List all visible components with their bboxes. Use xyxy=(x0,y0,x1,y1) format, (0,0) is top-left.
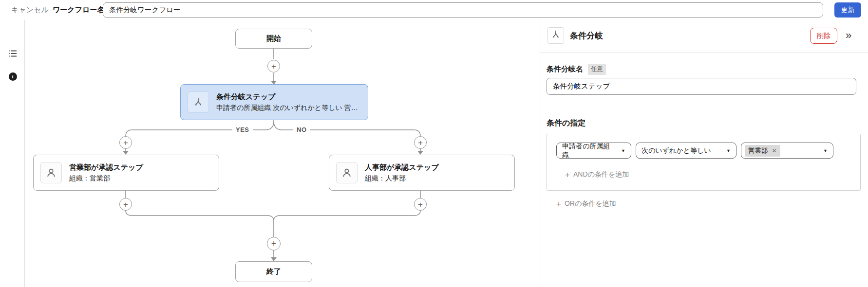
panel-title: 条件分岐 xyxy=(570,27,603,44)
add-step-button-after-hr[interactable]: + xyxy=(414,198,427,211)
condition-value-multiselect[interactable]: 営業部 ✕ ▼ xyxy=(741,143,833,159)
selected-value-tag: 営業部 ✕ xyxy=(745,145,780,157)
step-list-button[interactable] xyxy=(6,48,19,61)
condition-branch-node-selected[interactable]: 条件分岐ステップ 申請者の所属組織 次のいずれかと等しい 営… xyxy=(180,84,368,120)
condition-operator-value: 次のいずれかと等しい xyxy=(642,146,711,155)
remove-tag-icon[interactable]: ✕ xyxy=(772,147,777,154)
start-node-label: 開始 xyxy=(266,34,281,43)
panel-branch-icon-box xyxy=(547,27,564,44)
approval-node-sales[interactable]: 営業部が承認ステップ 組織：営業部 xyxy=(33,155,219,191)
branch-split-icon xyxy=(188,91,209,113)
approval-node-title: 営業部が承認ステップ xyxy=(69,162,143,173)
approval-node-hr[interactable]: 人事部が承認ステップ 組織：人事部 xyxy=(329,155,515,191)
workflow-name-input[interactable] xyxy=(103,2,823,18)
branch-label-yes: YES xyxy=(232,126,253,134)
condition-node-title: 条件分岐ステップ xyxy=(216,91,358,103)
person-icon xyxy=(336,162,358,183)
add-or-condition-label: ORの条件を追加 xyxy=(565,199,616,208)
branch-name-row: 条件分岐名 任意 xyxy=(547,64,606,75)
branch-split-icon xyxy=(550,29,562,42)
end-node[interactable]: 終了 xyxy=(235,261,312,282)
chevron-down-icon: ▼ xyxy=(726,148,731,153)
condition-field-select[interactable]: 申請者の所属組織 ▼ xyxy=(556,143,631,159)
add-step-button-before-end[interactable]: + xyxy=(267,237,281,251)
panel-header-divider xyxy=(540,52,868,53)
collapse-panel-icon[interactable]: » xyxy=(846,27,851,44)
top-bar: キャンセル ワークフロー名 更新 xyxy=(0,0,868,20)
end-node-label: 終了 xyxy=(266,267,281,276)
chevron-down-icon: ▼ xyxy=(621,148,625,153)
optional-badge: 任意 xyxy=(588,64,606,75)
branch-name-label: 条件分岐名 xyxy=(547,65,583,74)
condition-operator-select[interactable]: 次のいずれかと等しい ▼ xyxy=(636,143,736,159)
condition-node-summary: 申請者の所属組織 次のいずれかと等しい 営… xyxy=(216,103,358,113)
add-step-button-yes-branch[interactable]: + xyxy=(119,136,132,149)
condition-row: 申請者の所属組織 ▼ 次のいずれかと等しい ▼ 営業部 ✕ ▼ xyxy=(556,143,833,159)
plus-icon: + xyxy=(565,171,570,179)
start-node[interactable]: 開始 xyxy=(235,29,312,49)
approval-node-org: 組織：人事部 xyxy=(365,173,439,183)
chevron-down-icon: ▼ xyxy=(823,148,828,153)
delete-step-button[interactable]: 削除 xyxy=(810,28,837,44)
add-step-button-no-branch[interactable]: + xyxy=(414,136,427,149)
person-icon xyxy=(40,162,62,183)
condition-field-value: 申請者の所属組織 xyxy=(562,142,616,160)
plus-icon: + xyxy=(556,200,561,208)
workflow-name-label: ワークフロー名 xyxy=(53,0,104,20)
add-or-condition-link[interactable]: + ORの条件を追加 xyxy=(556,199,616,208)
branch-label-no: NO xyxy=(293,126,310,134)
add-step-button-after-sales[interactable]: + xyxy=(119,198,132,211)
list-icon xyxy=(7,48,18,61)
selected-value-label: 営業部 xyxy=(748,146,768,155)
panel-divider xyxy=(540,20,540,287)
branch-name-input[interactable] xyxy=(547,78,856,95)
approval-node-title: 人事部が承認ステップ xyxy=(365,162,439,173)
approval-node-org: 組織：営業部 xyxy=(69,173,143,183)
info-icon: i xyxy=(9,72,17,81)
add-step-button-after-start[interactable]: + xyxy=(267,60,280,72)
conditions-heading: 条件の指定 xyxy=(547,118,585,128)
add-and-condition-label: ANDの条件を追加 xyxy=(573,170,629,179)
add-and-condition-link[interactable]: + ANDの条件を追加 xyxy=(565,170,629,179)
update-button[interactable]: 更新 xyxy=(834,2,861,18)
left-toolbar: i xyxy=(0,20,25,287)
info-button[interactable]: i xyxy=(6,70,19,83)
cancel-button[interactable]: キャンセル xyxy=(11,0,49,20)
